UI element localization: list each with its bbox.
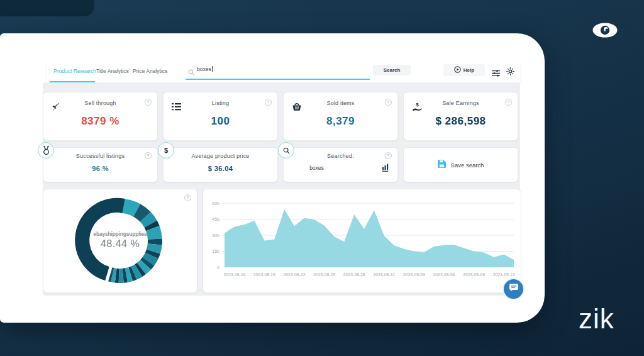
help-question-icon[interactable]: ? — [145, 99, 152, 106]
svg-text:0: 0 — [217, 265, 219, 270]
play-icon — [454, 66, 461, 74]
filter-sliders-icon[interactable] — [492, 68, 500, 79]
eye-logo-icon — [589, 19, 621, 44]
stat-value: $ 286,598 — [404, 115, 518, 128]
stat-value: 8379 % — [43, 115, 157, 128]
app-topbar: Product Research Title Analytics Price A… — [47, 61, 520, 82]
stat-title: Searched: — [284, 153, 397, 159]
stat-card-successful-listings: Successful listings ? 96 % — [43, 147, 158, 182]
help-question-icon[interactable]: ? — [505, 99, 512, 106]
search-button[interactable]: Search — [373, 65, 411, 75]
help-question-icon[interactable]: ? — [145, 152, 152, 159]
chat-button[interactable] — [502, 278, 525, 300]
stat-value: 100 — [164, 115, 277, 128]
stat-card-sale-earnings: $ Sale Earnings ? $ 286,598 — [403, 92, 518, 141]
svg-text:2023-09-09: 2023-09-09 — [463, 272, 485, 277]
stat-card-average-price: $ Average product price $ 36.04 — [163, 147, 278, 182]
save-search-card[interactable]: Save search — [403, 147, 518, 182]
tab-title-analytics[interactable]: Title Analytics — [96, 61, 129, 81]
help-question-icon[interactable]: ? — [385, 99, 392, 106]
tab-product-research[interactable]: Product Research — [53, 61, 96, 81]
svg-text:300: 300 — [212, 233, 219, 238]
gear-icon[interactable] — [506, 67, 514, 78]
save-search-label: Save search — [451, 162, 484, 169]
help-question-icon[interactable]: ? — [184, 194, 191, 201]
search-input[interactable]: boxes — [197, 66, 213, 72]
market-share-donut-card: ? ebayshippingsupplies 48.44 % — [43, 189, 197, 293]
svg-text:2023-08-31: 2023-08-31 — [373, 272, 395, 277]
searched-term: boxes — [284, 165, 350, 171]
tab-price-analytics[interactable]: Price Analytics — [133, 61, 167, 81]
svg-text:2023-08-22: 2023-08-22 — [284, 272, 306, 277]
search-icon — [188, 67, 194, 78]
search-input-underline — [186, 79, 370, 80]
stat-value: 8,379 — [284, 115, 397, 128]
stat-title: Successful listings — [43, 153, 157, 159]
stat-title: Sale Earnings — [404, 100, 518, 106]
svg-text:150: 150 — [212, 249, 219, 253]
stat-title: Average product price — [164, 153, 277, 159]
donut-center-label: ebayshippingsupplies 48.44 % — [82, 231, 158, 250]
app-window: Product Research Title Analytics Price A… — [0, 33, 545, 323]
help-question-icon[interactable]: ? — [265, 99, 272, 106]
svg-text:450: 450 — [212, 217, 219, 221]
bar-chart-icon[interactable] — [382, 163, 389, 174]
svg-text:2023-09-06: 2023-09-06 — [433, 272, 455, 277]
help-button-label: Help — [464, 67, 474, 73]
donut-share-percent: 48.44 % — [82, 238, 158, 250]
svg-text:2023-08-25: 2023-08-25 — [313, 272, 335, 277]
sales-trend-chart-card: 01503004506002023-08-162023-08-192023-08… — [203, 189, 521, 293]
stat-title: Sell through — [43, 100, 157, 106]
chat-bubble-icon — [509, 283, 519, 295]
save-icon — [438, 159, 446, 170]
search-input-value: boxes — [197, 66, 211, 72]
dashboard: Sell through ? 8379 % Listing ? 100 Sold… — [43, 82, 520, 296]
svg-text:2023-09-12: 2023-09-12 — [493, 272, 515, 277]
help-button[interactable]: Help — [443, 64, 485, 76]
svg-text:2023-08-19: 2023-08-19 — [253, 272, 275, 277]
stat-title: Sold items — [284, 100, 397, 106]
stat-card-listing: Listing ? 100 — [163, 92, 278, 141]
stat-title: Listing — [164, 100, 277, 106]
stat-value: 96 % — [43, 165, 157, 172]
donut-seller-name: ebayshippingsupplies — [82, 231, 158, 237]
zik-logo: zik — [579, 303, 614, 335]
area-chart: 01503004506002023-08-162023-08-192023-08… — [203, 189, 519, 291]
stat-card-searched: Searched: ? boxes — [283, 147, 398, 182]
svg-text:2023-08-16: 2023-08-16 — [223, 272, 245, 277]
stat-card-sell-through: Sell through ? 8379 % — [43, 92, 158, 141]
svg-text:2023-09-03: 2023-09-03 — [403, 272, 425, 277]
svg-text:2023-08-28: 2023-08-28 — [343, 272, 365, 277]
stat-card-sold-items: Sold items ? 8,379 — [283, 92, 398, 141]
help-question-icon[interactable]: ? — [385, 152, 392, 159]
svg-text:600: 600 — [212, 201, 219, 206]
text-cursor — [212, 66, 213, 72]
top-left-decoration — [0, 0, 94, 16]
stat-value: $ 36.04 — [164, 165, 277, 172]
